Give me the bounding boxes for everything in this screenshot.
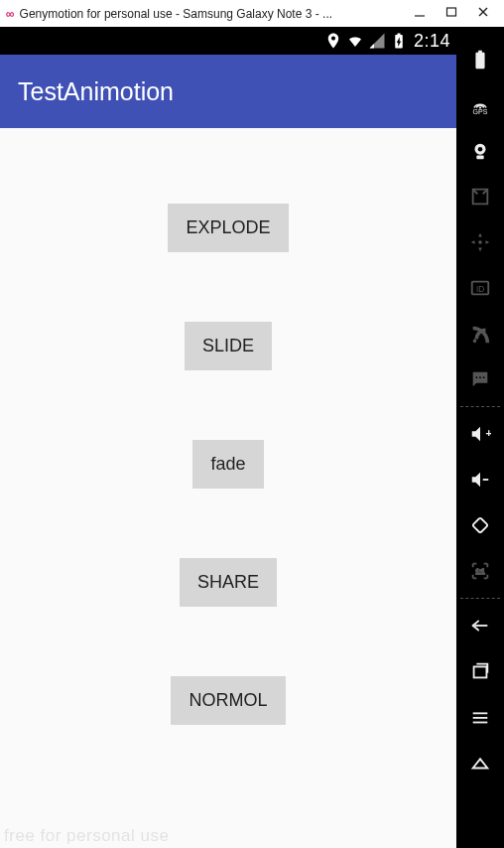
svg-rect-1 (447, 8, 456, 16)
svg-point-11 (475, 376, 477, 378)
emulator-toolbar: GPS ID + 1:1 (456, 27, 504, 848)
signal-icon (368, 32, 386, 50)
explode-button[interactable]: EXPLODE (168, 204, 288, 252)
app-bar: TestAnimotion (0, 55, 456, 128)
svg-rect-18 (474, 666, 487, 677)
svg-rect-7 (476, 156, 483, 160)
svg-point-8 (478, 240, 482, 244)
wifi-icon (346, 32, 364, 50)
window-title: Genymotion for personal use - Samsung Ga… (20, 7, 403, 21)
svg-text:1:1: 1:1 (476, 568, 485, 575)
minimize-button[interactable] (413, 6, 427, 21)
sms-tool-icon[interactable] (456, 356, 504, 402)
svg-point-12 (479, 376, 481, 378)
volume-down-icon[interactable] (456, 457, 504, 502)
toolbar-separator (460, 406, 500, 407)
window-titlebar: ∞ Genymotion for personal use - Samsung … (0, 0, 504, 27)
nav-recent-icon[interactable] (456, 648, 504, 694)
genymotion-logo-icon: ∞ (6, 7, 14, 21)
camera-tool-icon[interactable] (456, 128, 504, 174)
volume-up-icon[interactable]: + (456, 411, 504, 457)
toolbar-separator-2 (460, 598, 500, 599)
rotate-icon[interactable] (456, 502, 504, 548)
app-title: TestAnimotion (18, 77, 174, 106)
window-controls (413, 6, 498, 21)
svg-text:ID: ID (476, 285, 484, 294)
close-button[interactable] (476, 6, 490, 21)
location-icon (324, 32, 342, 50)
pixel-perfect-icon[interactable]: 1:1 (456, 548, 504, 594)
svg-point-13 (483, 376, 485, 378)
nav-menu-icon[interactable] (456, 694, 504, 740)
nav-home-icon[interactable] (456, 740, 504, 785)
gps-label: GPS (473, 108, 488, 115)
svg-text:+: + (486, 427, 492, 439)
id-tool-icon[interactable]: ID (456, 265, 504, 311)
capture-tool-icon[interactable] (456, 174, 504, 219)
svg-point-6 (478, 147, 483, 152)
battery-tool-icon[interactable] (456, 37, 504, 82)
svg-rect-15 (483, 479, 489, 481)
svg-rect-16 (472, 517, 488, 533)
device-screen: 2:14 TestAnimotion EXPLODE SLIDE fade SH… (0, 27, 456, 848)
fade-button[interactable]: fade (192, 440, 263, 489)
android-status-bar: 2:14 (0, 27, 456, 55)
maximize-button[interactable] (444, 6, 458, 21)
remote-tool-icon[interactable] (456, 219, 504, 265)
share-button[interactable]: SHARE (180, 558, 277, 607)
network-tool-icon[interactable] (456, 311, 504, 356)
emulator-frame: 2:14 TestAnimotion EXPLODE SLIDE fade SH… (0, 27, 504, 848)
status-clock: 2:14 (414, 31, 450, 52)
battery-charging-icon (390, 32, 408, 50)
normol-button[interactable]: NORMOL (171, 676, 285, 725)
watermark-text: free for personal use (4, 826, 169, 846)
slide-button[interactable]: SLIDE (185, 322, 272, 370)
app-content: EXPLODE SLIDE fade SHARE NORMOL free for… (0, 128, 456, 848)
nav-back-icon[interactable] (456, 603, 504, 648)
gps-tool-icon[interactable]: GPS (456, 82, 504, 128)
